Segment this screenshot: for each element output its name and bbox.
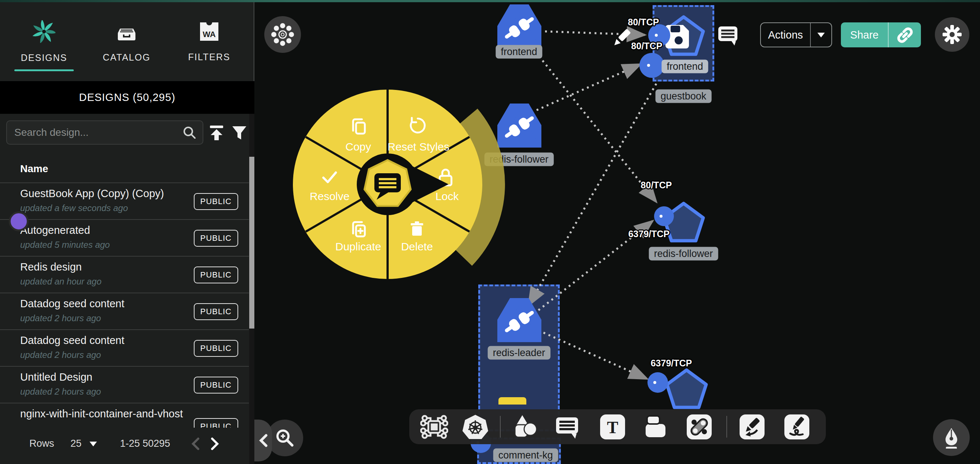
comment-tool-icon[interactable] bbox=[553, 413, 581, 441]
rows-label: Rows bbox=[29, 438, 54, 449]
sidebar-collapse-button[interactable] bbox=[255, 419, 272, 461]
radial-item-resolve[interactable]: Resolve bbox=[310, 190, 349, 203]
pen-nib-icon bbox=[940, 427, 963, 448]
page-range: 1-25 50295 bbox=[120, 438, 170, 449]
copy-link-button[interactable] bbox=[889, 22, 921, 47]
avatar[interactable] bbox=[9, 211, 29, 231]
previous-page-button[interactable] bbox=[191, 437, 200, 450]
top-accent-strip bbox=[0, 0, 980, 2]
design-updated: updated 2 hours ago bbox=[20, 387, 101, 397]
tool-dock: T bbox=[409, 409, 826, 444]
chevron-down-icon bbox=[818, 33, 825, 37]
components-circuit-icon[interactable] bbox=[420, 413, 448, 441]
dock-divider bbox=[726, 416, 727, 438]
visibility-badge[interactable]: PUBLIC bbox=[194, 376, 238, 394]
design-updated: updated 2 hours ago bbox=[20, 350, 101, 360]
text-tool-icon[interactable]: T bbox=[599, 413, 627, 441]
design-updated: updated an hour ago bbox=[20, 276, 102, 287]
search-box bbox=[6, 120, 203, 145]
tab-filters-label: FILTERS bbox=[188, 52, 231, 62]
wasm-filters-icon: WA bbox=[199, 21, 220, 42]
endpoint-circle[interactable] bbox=[647, 372, 669, 394]
gear-icon bbox=[942, 24, 963, 45]
design-name: Autogenerated bbox=[20, 224, 90, 236]
rows-per-page-value: 25 bbox=[70, 438, 81, 449]
search-input[interactable] bbox=[7, 127, 182, 139]
actions-button-label[interactable]: Actions bbox=[761, 23, 810, 46]
actions-dropdown-toggle[interactable] bbox=[811, 23, 831, 46]
zoom-in-button[interactable] bbox=[266, 419, 303, 456]
actions-button[interactable]: Actions bbox=[760, 22, 832, 47]
catalog-archive-icon bbox=[116, 21, 138, 43]
chain-link-icon[interactable] bbox=[685, 413, 713, 441]
visibility-badge[interactable]: PUBLIC bbox=[194, 230, 238, 247]
radial-item-lock[interactable]: Lock bbox=[435, 190, 458, 203]
design-row[interactable]: Datadog seed content updated 2 hours ago… bbox=[0, 293, 249, 329]
share-button-label[interactable]: Share bbox=[841, 22, 888, 47]
design-row[interactable]: Datadog seed content updated 2 hours ago… bbox=[0, 329, 249, 366]
node-label-comment-kg: comment-kg bbox=[493, 448, 558, 462]
sidebar-scrollbar-thumb[interactable] bbox=[249, 157, 255, 328]
designs-sidebar: DESIGNS CATALOG WA FILTERS DESI bbox=[0, 0, 255, 464]
tab-filters[interactable]: WA FILTERS bbox=[169, 2, 250, 81]
pen-mode-button[interactable] bbox=[933, 419, 970, 456]
dock-divider bbox=[500, 416, 501, 438]
node-label-redis-leader: redis-leader bbox=[488, 346, 550, 360]
radial-item-duplicate[interactable]: Duplicate bbox=[335, 241, 381, 253]
shapes-icon[interactable] bbox=[511, 413, 539, 441]
delete-trash-icon bbox=[411, 222, 423, 236]
visibility-badge[interactable]: PUBLIC bbox=[194, 303, 238, 320]
radial-context-menu[interactable] bbox=[259, 56, 516, 313]
rows-per-page-select[interactable]: 25 bbox=[70, 438, 97, 449]
edge-label: 6379/TCP bbox=[651, 358, 692, 368]
endpoint-circle[interactable] bbox=[653, 206, 675, 227]
design-row[interactable]: Untitled Design updated 2 hours ago PUBL… bbox=[0, 366, 249, 403]
collapse-chevron-icon bbox=[258, 433, 268, 448]
node-label-guestbook: guestbook bbox=[655, 89, 712, 103]
radial-item-delete[interactable]: Delete bbox=[401, 241, 433, 253]
rectangle-node-icon[interactable] bbox=[644, 413, 672, 441]
tab-catalog-label: CATALOG bbox=[103, 52, 151, 63]
tab-catalog[interactable]: CATALOG bbox=[86, 2, 167, 81]
design-row[interactable]: Redis design updated an hour ago PUBLIC bbox=[0, 256, 249, 293]
pencil-icon[interactable] bbox=[610, 26, 634, 49]
active-tab-indicator bbox=[14, 69, 74, 71]
link-icon bbox=[895, 26, 914, 45]
edge-label: 80/TCP bbox=[631, 41, 662, 51]
visibility-badge[interactable]: PUBLIC bbox=[194, 193, 238, 210]
design-row[interactable]: GuestBook App (Copy) (Copy) updated a fe… bbox=[0, 182, 249, 219]
meshery-logo-icon bbox=[33, 20, 56, 43]
cluster-visibility-button[interactable] bbox=[264, 16, 301, 53]
search-icon bbox=[182, 125, 197, 140]
share-button[interactable]: Share bbox=[841, 22, 921, 47]
freehand-pencil-icon[interactable] bbox=[783, 413, 811, 441]
kanvas-app: 80/TCP 80/TCP 80/TCP 6379/TCP 6379/TCP f… bbox=[0, 0, 980, 464]
visibility-badge[interactable]: PUBLIC bbox=[194, 340, 238, 357]
node-label-frontend-service: frontend bbox=[662, 60, 708, 73]
svg-text:WA: WA bbox=[203, 30, 216, 39]
design-updated: updated a few seconds ago bbox=[20, 203, 128, 213]
radial-item-copy[interactable]: Copy bbox=[345, 140, 371, 153]
settings-button[interactable] bbox=[935, 17, 969, 52]
radial-item-reset-styles[interactable]: Reset Styles bbox=[388, 140, 449, 153]
design-canvas[interactable] bbox=[255, 0, 980, 464]
visibility-badge[interactable]: PUBLIC bbox=[194, 266, 238, 284]
comment-annotation-partial[interactable] bbox=[498, 397, 527, 405]
sidebar-tabs: DESIGNS CATALOG WA FILTERS bbox=[0, 2, 255, 81]
node-label-redis-follower-service: redis-follower bbox=[649, 247, 718, 261]
edge-label: 80/TCP bbox=[641, 180, 672, 191]
design-row[interactable]: Autogenerated updated 5 minutes ago PUBL… bbox=[0, 219, 249, 256]
zoom-in-icon bbox=[274, 427, 296, 448]
svg-text:T: T bbox=[607, 418, 619, 437]
next-page-button[interactable] bbox=[210, 437, 220, 450]
edge-pen-icon[interactable] bbox=[738, 413, 766, 441]
kubernetes-icon[interactable] bbox=[461, 413, 489, 441]
endpoint-circle[interactable] bbox=[639, 52, 665, 78]
filter-funnel-button[interactable] bbox=[231, 125, 247, 141]
design-name: nginx-with-init-container-and-vhost bbox=[20, 408, 183, 420]
import-design-button[interactable] bbox=[208, 125, 224, 141]
node-frontend-deployment[interactable] bbox=[497, 5, 541, 48]
design-name: Datadog seed content bbox=[20, 335, 124, 346]
comment-icon[interactable] bbox=[717, 24, 739, 46]
design-name: GuestBook App (Copy) (Copy) bbox=[20, 188, 164, 200]
